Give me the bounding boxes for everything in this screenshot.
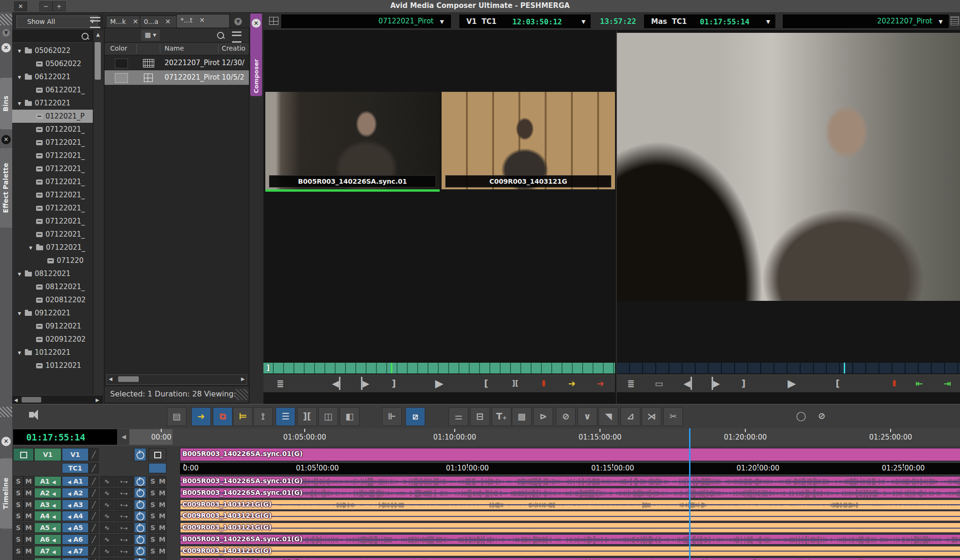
- waveform-button[interactable]: ∿: [100, 476, 113, 486]
- bin-view-mode-button[interactable]: ▦ ▾: [141, 30, 160, 41]
- automation-button[interactable]: •–▾: [114, 476, 133, 486]
- timeline-clip-A1[interactable]: B005R003_140226SA.sync.01(G): [180, 476, 960, 486]
- expand-arrow-icon[interactable]: ▼: [18, 307, 22, 320]
- track-control-pen[interactable]: ╱: [89, 511, 98, 521]
- timeline-clip-A2[interactable]: B005R003_140226SA.sync.01(G): [180, 488, 960, 498]
- go-to-out-icon[interactable]: ⇥: [944, 377, 951, 390]
- close-effect-palette-icon[interactable]: ✕: [1, 135, 11, 144]
- track-monitor-button[interactable]: [134, 546, 146, 556]
- track-control-pen[interactable]: ╱: [89, 488, 98, 498]
- automation-button[interactable]: •–▾: [114, 488, 133, 498]
- track-control-pen[interactable]: ╱: [89, 523, 98, 533]
- solo-button-A2[interactable]: S: [13, 488, 23, 498]
- bin-horizontal-scrollbar[interactable]: ◀ ▶: [106, 374, 247, 385]
- solo2-button-A5[interactable]: S: [149, 523, 157, 533]
- motion-effect-icon[interactable]: ⊳: [533, 407, 553, 426]
- remove-effect-icon[interactable]: ⊘: [556, 407, 576, 426]
- tree-bin-row[interactable]: 07122021_: [12, 202, 93, 215]
- volume-automation-line[interactable]: [180, 551, 960, 552]
- yellow-trim-icon[interactable]: ⊨: [233, 407, 253, 426]
- waveform-button[interactable]: ∿: [100, 500, 113, 510]
- track-monitor-button[interactable]: [134, 488, 146, 498]
- sidebar-search-field[interactable]: [12, 30, 93, 43]
- tree-folder-row[interactable]: ▼07122021_: [12, 241, 93, 254]
- solo2-button-A7[interactable]: S: [149, 546, 157, 556]
- bin-filter-dropdown[interactable]: Show All ▼: [16, 15, 98, 28]
- automation-button[interactable]: •–▾: [114, 546, 133, 556]
- bin-tab[interactable]: M...k ✕: [106, 15, 144, 28]
- mute2-button-A7[interactable]: M: [158, 546, 166, 556]
- trim-a-side-icon[interactable]: ⊿: [621, 407, 640, 426]
- waveform-button[interactable]: ∿: [100, 511, 113, 521]
- record-clip-name-menu[interactable]: 20221207_Pirot ▼: [783, 15, 949, 28]
- solo2-button-A3[interactable]: S: [149, 500, 157, 510]
- trim-both-icon[interactable]: ◫: [318, 407, 338, 426]
- bin-tab[interactable]: *...t ✕: [176, 14, 230, 28]
- step-forward-icon[interactable]: ▶: [361, 377, 369, 390]
- overwrite-icon[interactable]: ➜: [597, 377, 604, 390]
- automation-button[interactable]: •–▾: [114, 534, 133, 545]
- solo-button-A1[interactable]: S: [13, 476, 23, 486]
- audio-meter-icon[interactable]: [542, 380, 545, 387]
- track-control-pen[interactable]: ╱: [89, 500, 98, 510]
- track-monitor-button[interactable]: [134, 448, 146, 461]
- source-track-selector-v1[interactable]: V1: [34, 448, 61, 461]
- audio-meter-icon[interactable]: [893, 380, 896, 387]
- column-header-color[interactable]: Color: [110, 43, 128, 54]
- record-track-selector-v1[interactable]: V1: [62, 448, 89, 461]
- source-track-selector-A3[interactable]: A3 ◀: [34, 500, 61, 510]
- overwrite-segment-icon[interactable]: ⧉: [213, 407, 232, 426]
- timecode-nudge-icon[interactable]: ◀: [118, 429, 129, 445]
- tree-bin-row[interactable]: 0122021_P: [12, 110, 93, 123]
- mute2-button-A1[interactable]: M: [158, 476, 166, 486]
- splice-in-icon[interactable]: ➜: [568, 377, 576, 390]
- source-track-selector-A4[interactable]: A4 ◀: [34, 511, 61, 521]
- track-control-pen[interactable]: ╱: [89, 546, 98, 556]
- scrollbar-thumb[interactable]: [22, 397, 41, 403]
- master-timecode-display[interactable]: Mas TC1 01:17:55:14 ▼: [644, 15, 775, 28]
- timeline-clip-A4[interactable]: C009R003_1403121G(G): [180, 511, 960, 521]
- sync-lock-button[interactable]: [13, 448, 34, 461]
- mute-button-A2[interactable]: M: [23, 488, 34, 498]
- solo-button-A5[interactable]: S: [13, 523, 23, 533]
- play-icon[interactable]: ▶: [788, 377, 796, 390]
- scroll-right-icon[interactable]: ▶: [96, 397, 99, 403]
- record-track-selector-A2[interactable]: ◀ A2: [62, 488, 89, 498]
- solo-button-A4[interactable]: S: [13, 511, 23, 521]
- source-position-playhead[interactable]: [391, 363, 392, 373]
- track-monitor-box[interactable]: [149, 448, 166, 461]
- filmstrip-icon[interactable]: [951, 16, 959, 25]
- expand-arrow-icon[interactable]: ▼: [18, 97, 22, 110]
- audio-gain-icon[interactable]: ∨: [578, 407, 597, 426]
- trim-b-side-icon[interactable]: ⋊: [642, 407, 661, 426]
- video-quality-icon[interactable]: ⧄: [405, 407, 425, 426]
- column-header-name[interactable]: Name: [165, 43, 184, 54]
- solo-button-A3[interactable]: S: [13, 500, 23, 510]
- clip-name-menu-icon[interactable]: ≣: [277, 377, 284, 390]
- tree-bin-row[interactable]: 07122021_: [12, 175, 93, 188]
- bin-clip-row[interactable]: 07122021_Pirot10/5/2: [105, 70, 249, 85]
- mute2-button-A4[interactable]: M: [158, 511, 166, 521]
- track-monitor-button[interactable]: [134, 500, 146, 510]
- bin-tab[interactable]: 0...a ✕: [140, 15, 181, 28]
- expand-arrow-icon[interactable]: ▼: [29, 241, 34, 254]
- automation-button[interactable]: •–▾: [114, 511, 133, 521]
- source-timecode-display[interactable]: V1 TC1 12:03:50:12 ▼: [459, 15, 591, 28]
- audio-mixer-icon[interactable]: ⚌: [449, 407, 468, 426]
- step-forward-icon[interactable]: ▶: [712, 377, 720, 390]
- marker-icon[interactable]: ⊩: [382, 407, 402, 426]
- tree-bin-row[interactable]: 08122021_: [12, 280, 93, 293]
- sidebar-tab-effect-palette[interactable]: Effect Palette: [0, 148, 12, 228]
- mark-out-icon[interactable]: ]: [742, 377, 746, 390]
- timeline-timecode-display[interactable]: 01:17:55:14: [13, 429, 117, 445]
- record-track-selector-A6[interactable]: ◀ A6: [62, 534, 89, 545]
- track-control-pen[interactable]: ╱: [89, 463, 98, 473]
- bin-clip-row[interactable]: 20221207_Pirot12/30/: [105, 56, 249, 70]
- focus-icon[interactable]: ◯: [792, 407, 810, 425]
- sidebar-tab-bins[interactable]: Bins: [0, 78, 12, 129]
- scroll-left-icon[interactable]: ◀: [109, 376, 112, 381]
- sidebar-horizontal-scrollbar[interactable]: ◀ ▶: [12, 395, 102, 404]
- bin-fast-menu-icon[interactable]: [232, 31, 241, 43]
- solo2-button-A1[interactable]: S: [149, 476, 157, 486]
- expand-arrow-icon[interactable]: ▼: [18, 71, 22, 84]
